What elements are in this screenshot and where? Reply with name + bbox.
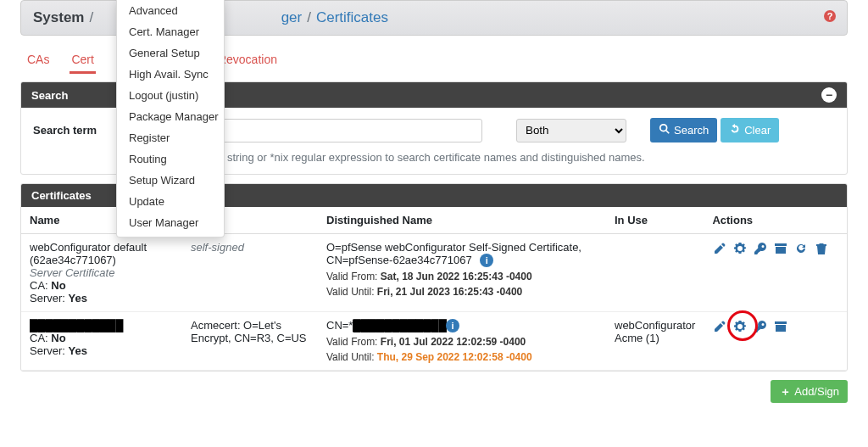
menu-cert-manager[interactable]: Cert. Manager	[117, 21, 224, 42]
tab-certificates[interactable]: Cert	[70, 47, 95, 74]
menu-advanced[interactable]: Advanced	[117, 0, 224, 21]
crumb-system[interactable]: System	[33, 9, 84, 26]
menu-general-setup[interactable]: General Setup	[117, 42, 224, 64]
tab-cas[interactable]: CAs	[25, 47, 51, 74]
search-button[interactable]: Search	[650, 118, 717, 142]
help-icon[interactable]: ?	[823, 9, 837, 26]
search-hint: arch string or *nix regular expression t…	[203, 151, 835, 164]
key-icon[interactable]	[753, 319, 768, 334]
system-dropdown: Advanced Cert. Manager General Setup Hig…	[116, 0, 225, 237]
tab-revocation[interactable]: Revocation	[216, 47, 279, 74]
menu-user-manager[interactable]: User Manager	[117, 212, 224, 233]
action-icons	[712, 241, 838, 256]
add-sign-button[interactable]: ＋ Add/Sign	[771, 380, 848, 403]
dn: CN=*	[326, 319, 353, 332]
archive-icon[interactable]	[773, 241, 788, 256]
page-root: System / Cert. Manager XXXXXXXXXger / Ce…	[0, 0, 868, 403]
action-icons	[712, 319, 838, 334]
menu-setup-wizard[interactable]: Setup Wizard	[117, 170, 224, 191]
breadcrumb: System / Cert. Manager XXXXXXXXXger / Ce…	[20, 0, 848, 36]
col-actions: Actions	[704, 207, 847, 234]
gear-icon[interactable]	[732, 319, 748, 334]
undo-icon	[729, 123, 741, 137]
menu-logout[interactable]: Logout (justin)	[117, 85, 224, 106]
gear-icon[interactable]	[732, 241, 748, 256]
info-icon[interactable]: i	[480, 254, 493, 267]
clear-button[interactable]: Clear	[721, 118, 779, 142]
info-icon[interactable]: i	[446, 319, 459, 332]
dn: O=pfSense webConfigurator Self-Signed Ce…	[326, 241, 581, 266]
menu-update[interactable]: Update	[117, 191, 224, 212]
svg-point-2	[660, 125, 667, 131]
collapse-icon[interactable]: −	[821, 87, 837, 103]
col-inuse: In Use	[606, 207, 704, 234]
search-scope-select[interactable]: Both	[516, 119, 626, 142]
table-row: webConfigurator default (62ae34c771067) …	[21, 234, 847, 312]
pencil-icon[interactable]	[712, 241, 727, 256]
crumb-certificates[interactable]: Certificates	[316, 9, 388, 26]
svg-text:?: ?	[827, 11, 833, 21]
menu-register[interactable]: Register	[117, 127, 224, 148]
archive-icon[interactable]	[773, 319, 788, 334]
search-panel-title: Search	[31, 89, 68, 102]
pencil-icon[interactable]	[712, 319, 727, 334]
trash-icon[interactable]	[814, 241, 829, 256]
col-dn: Distinguished Name	[318, 207, 606, 234]
table-row: ████████████ CA: No Server: Yes Acmecert…	[21, 312, 847, 371]
refresh-icon[interactable]	[793, 241, 809, 256]
search-icon	[659, 123, 670, 137]
inuse: webConfigurator Acme (1)	[606, 312, 704, 371]
key-icon[interactable]	[753, 241, 768, 256]
plus-icon: ＋	[779, 386, 791, 398]
redacted-cn: ████████████	[353, 320, 437, 332]
cert-name: webConfigurator default (62ae34c771067)	[30, 241, 147, 266]
menu-package-manager[interactable]: Package Manager	[117, 106, 224, 127]
certificates-panel-title: Certificates	[31, 189, 92, 202]
search-input[interactable]	[203, 119, 482, 142]
svg-line-3	[666, 131, 670, 134]
footer-actions: ＋ Add/Sign	[20, 380, 848, 403]
menu-routing[interactable]: Routing	[117, 148, 224, 170]
inuse	[606, 234, 704, 312]
cert-type: Server Certificate	[30, 266, 114, 279]
issuer: self-signed	[191, 241, 244, 254]
issuer: Acmecert: O=Let's Encrypt, CN=R3, C=US	[182, 312, 318, 371]
menu-high-avail-sync[interactable]: High Avail. Sync	[117, 64, 224, 85]
redacted-name: ████████████	[30, 320, 114, 332]
